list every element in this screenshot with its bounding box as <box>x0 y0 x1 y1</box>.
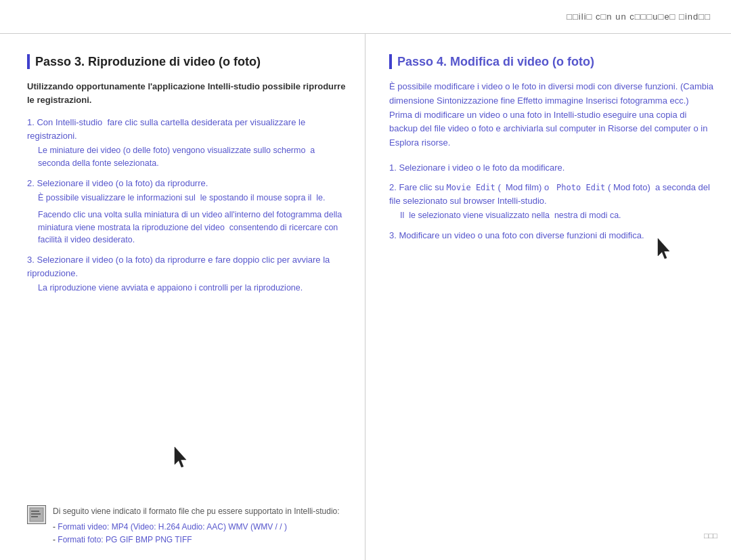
step-2-text: 2. Selezionare il video (o la foto) da r… <box>27 178 208 188</box>
page-number: □□□ <box>704 532 717 540</box>
photo-edit-label: Photo Edit <box>556 183 605 192</box>
left-intro: Utilizzando opportunamente l'applicazion… <box>27 80 348 106</box>
right-intro: È possibile modificare i video o le foto… <box>389 80 714 150</box>
cursor-icon-right <box>655 237 677 263</box>
step-2-sub-2: Facendo clic una volta sulla miniatura d… <box>38 209 348 246</box>
section-bar-right <box>389 54 392 69</box>
movie-edit-label: Movie Edit <box>447 183 495 192</box>
step-2: 2. Selezionare il video (o la foto) da r… <box>27 177 348 247</box>
step-1: 1. Con Intelli-studio fare clic sulla ca… <box>27 116 348 170</box>
bottom-note: Di seguito viene indicato il formato fil… <box>27 505 351 546</box>
left-step-list: 1. Con Intelli-studio fare clic sulla ca… <box>27 116 348 295</box>
content-area: Passo 3. Riproduzione di video (o foto) … <box>0 34 731 560</box>
right-column: Passo 4. Modifica di video (o foto) È po… <box>366 34 731 560</box>
svg-rect-1 <box>31 511 39 512</box>
section-bar-left <box>27 54 30 69</box>
step-3-text: 3. Selezionare il video (o la foto) da r… <box>27 255 330 278</box>
format-photo: Formati foto: PG GIF BMP PNG TIFF <box>53 534 340 546</box>
left-section-title: Passo 3. Riproduzione di video (o foto) <box>35 55 261 69</box>
header-nav: □□ili□ c□n un c□□□u□e□ □ind□□ <box>567 12 711 22</box>
svg-rect-3 <box>31 516 38 517</box>
step-2-sub-1: È possibile visualizzare le informazioni… <box>38 192 348 204</box>
note-icon <box>27 505 46 524</box>
cursor-icon-left <box>172 446 194 472</box>
svg-rect-2 <box>31 513 41 515</box>
right-section-title: Passo 4. Modifica di video (o foto) <box>397 55 594 69</box>
right-section-header: Passo 4. Modifica di video (o foto) <box>389 54 714 69</box>
header-bar: □□ili□ c□n un c□□□u□e□ □ind□□ <box>0 0 731 34</box>
right-step-2: 2. Fare clic su Movie Edit ( Mod film) o… <box>389 181 714 222</box>
step-3: 3. Selezionare il video (o la foto) da r… <box>27 253 348 295</box>
right-step-list: 1. Selezionare i video o le foto da modi… <box>389 161 714 242</box>
note-formats-list: Formati video: MP4 (Video: H.264 Audio: … <box>53 521 340 546</box>
note-content: Di seguito viene indicato il formato fil… <box>53 505 340 546</box>
left-column: Passo 3. Riproduzione di video (o foto) … <box>0 34 366 560</box>
format-video: Formati video: MP4 (Video: H.264 Audio: … <box>53 521 340 534</box>
step-1-sub: Le miniature dei video (o delle foto) ve… <box>38 144 348 170</box>
right-step-2-sub: Il le selezionato viene visualizzato nel… <box>400 209 714 222</box>
step-3-sub: La riproduzione viene avviata e appaiono… <box>38 282 348 295</box>
right-step-1: 1. Selezionare i video o le foto da modi… <box>389 161 714 175</box>
step-1-text: 1. Con Intelli-studio fare clic sulla ca… <box>27 117 305 141</box>
left-section-header: Passo 3. Riproduzione di video (o foto) <box>27 54 348 69</box>
note-text-main: Di seguito viene indicato il formato fil… <box>53 505 340 517</box>
